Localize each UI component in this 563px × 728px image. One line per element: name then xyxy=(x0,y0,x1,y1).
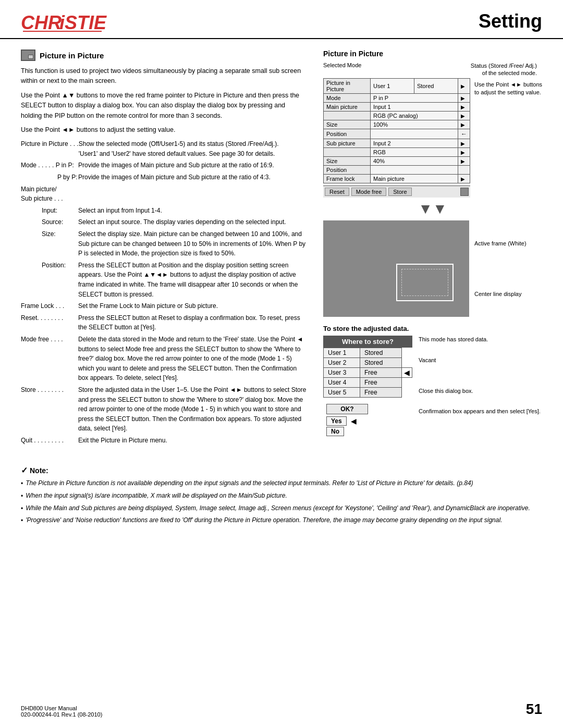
down-arrows: ▼▼ xyxy=(323,201,542,217)
note-title: Note: xyxy=(30,466,48,475)
table-row: User 1 Stored xyxy=(324,348,412,358)
vacant-annot: Vacant xyxy=(419,356,541,364)
pip-table-container: Selected Mode Status (Stored /Free/ Adj.… xyxy=(323,62,542,439)
note-item: • The Picture in Picture function is not… xyxy=(21,478,542,489)
page-number: 51 xyxy=(526,701,542,718)
pip-icon xyxy=(21,50,35,61)
mode-free-btn[interactable]: Mode free xyxy=(351,188,387,196)
def-store: Store . . . . . . . . Store the adjusted… xyxy=(21,385,308,434)
use-point-label: Use the Point ◄► buttons to adjust the s… xyxy=(474,81,542,95)
where-to-store-header: Where to store? xyxy=(323,336,412,348)
intro-p2: Use the Point ▲▼ buttons to move the red… xyxy=(21,91,308,121)
left-column: Picture in Picture This function is used… xyxy=(21,50,308,447)
note-item: • While the Main and Sub pictures are be… xyxy=(21,503,542,514)
page-title: Setting xyxy=(479,10,542,32)
table-row: RGB (PC analog) ▶ xyxy=(324,111,470,120)
table-row: Position xyxy=(324,165,470,174)
svg-text:CH: CH xyxy=(21,12,48,33)
page-footer: DHD800 User Manual 020-000244-01 Rev.1 (… xyxy=(21,701,542,718)
no-button[interactable]: No xyxy=(326,427,344,436)
pip-buttons-row: Reset Mode free Store xyxy=(323,186,470,198)
pip-diagram-title: Picture in Picture xyxy=(323,50,542,58)
yes-button[interactable]: Yes xyxy=(326,416,347,426)
where-to-store-box: Where to store? User 1 Stored User 2 Sto… xyxy=(323,336,412,439)
ok-label: OK? xyxy=(326,404,368,414)
store-title: To store the adjusted data. xyxy=(323,325,542,332)
def-mode: Mode . . . . . P in P: Provide the image… xyxy=(21,161,308,170)
intro-p1: This function is used to project two vid… xyxy=(21,66,308,87)
table-row: Size 40% ▶ xyxy=(324,156,470,165)
def-input: Input: Select an input from Input 1-4. xyxy=(21,206,308,216)
logo: CH R i STIE xyxy=(21,9,115,33)
main-content: Picture in Picture This function is used… xyxy=(0,39,563,458)
table-row: Main picture Input 1 ▶ xyxy=(324,102,470,111)
close-annot: Close this dialog box. xyxy=(419,387,541,395)
table-row: RGB ▶ xyxy=(324,147,470,156)
def-main-sub: Main picture/Sub picture . . . xyxy=(21,184,308,204)
pip-visual-container: Active frame (White) Center line display xyxy=(323,220,542,317)
def-mode-pbp: P by P: Provide the images of Main pictu… xyxy=(21,172,308,182)
note-item: • When the input signal(s) is/are incomp… xyxy=(21,491,542,501)
section-heading: Picture in Picture xyxy=(21,50,308,61)
store-wrapper: Where to store? User 1 Stored User 2 Sto… xyxy=(323,336,542,439)
ok-area: OK? Yes ◀ No xyxy=(323,402,412,439)
pip-table-wrapper: Picture in Picture User 1 Stored ▶ Mode … xyxy=(323,78,470,198)
icon-placeholder xyxy=(460,188,469,196)
table-row: Sub picture Input 2 ▶ xyxy=(324,139,470,147)
note-items: • The Picture in Picture function is not… xyxy=(21,478,542,525)
top-annotations: Selected Mode Status (Stored /Free/ Adj.… xyxy=(323,62,542,77)
svg-text:STIE: STIE xyxy=(65,12,107,33)
right-column: Picture in Picture Selected Mode Status … xyxy=(323,50,542,447)
bullet-icon: • xyxy=(21,504,23,514)
center-line-annot: Center line display xyxy=(474,290,527,299)
store-btn[interactable]: Store xyxy=(388,188,411,196)
note-item: • 'Progressive' and 'Noise reduction' fu… xyxy=(21,515,542,526)
table-row: Mode P in P ▶ xyxy=(324,93,470,102)
bullet-icon: • xyxy=(21,516,23,526)
def-source: Source: Select an input source. The disp… xyxy=(21,217,308,227)
yes-arrow-icon: ◀ xyxy=(351,417,357,425)
yes-row: Yes ◀ xyxy=(326,416,409,426)
table-row: User 4 Free xyxy=(324,378,412,388)
no-row: No xyxy=(326,427,409,436)
table-row: Position ← xyxy=(324,129,470,139)
active-frame-annot: Active frame (White) xyxy=(474,239,527,248)
bullet-icon: • xyxy=(21,479,23,489)
note-header: ✓ Note: xyxy=(21,465,542,475)
sub-window xyxy=(396,264,454,301)
note-text-4: 'Progressive' and 'Noise reduction' func… xyxy=(26,515,502,526)
table-row: Size 100% ▶ xyxy=(324,120,470,129)
sub-window-inner xyxy=(401,269,448,296)
def-framelock: Frame Lock . . . Set the Frame Lock to M… xyxy=(21,301,308,311)
note-text-3: While the Main and Sub pictures are bein… xyxy=(26,503,530,514)
def-size: Size: Select the display size. Main pict… xyxy=(21,229,308,258)
part-number: 020-000244-01 Rev.1 (08-2010) xyxy=(21,711,102,718)
reset-btn[interactable]: Reset xyxy=(325,188,349,196)
footer-left: DHD800 User Manual 020-000244-01 Rev.1 (… xyxy=(21,705,102,718)
table-row: User 3 Free ◀ xyxy=(324,368,412,378)
section-title: Picture in Picture xyxy=(40,51,104,60)
note-text-1: The Picture in Picture function is not a… xyxy=(26,478,473,489)
table-row: Picture in Picture User 1 Stored ▶ xyxy=(324,78,470,93)
confirm-annot: Confirmation box appears and then select… xyxy=(419,408,541,415)
table-row: User 2 Stored xyxy=(324,358,412,368)
def-reset: Reset. . . . . . . . Press the SELECT bu… xyxy=(21,313,308,332)
manual-name: DHD800 User Manual xyxy=(21,705,102,711)
visual-annotations: Active frame (White) Center line display xyxy=(474,220,527,317)
where-to-store-table: User 1 Stored User 2 Stored User 3 Free xyxy=(323,348,412,398)
def-quit: Quit . . . . . . . . . Exit the Picture … xyxy=(21,436,308,446)
table-row: Frame lock Main picture ▶ xyxy=(324,174,470,183)
page-header: CH R i STIE Setting xyxy=(0,0,563,39)
note-section: ✓ Note: • The Picture in Picture functio… xyxy=(0,465,563,525)
bullet-icon: • xyxy=(21,491,23,501)
note-text-2: When the input signal(s) is/are incompat… xyxy=(26,491,287,501)
store-section: To store the adjusted data. Where to sto… xyxy=(323,325,542,439)
definitions-list: Picture in Picture . . . Show the select… xyxy=(21,139,308,445)
pip-visual-screen xyxy=(323,220,469,317)
status-label: Status (Stored /Free/ Adj.) of the selec… xyxy=(469,62,537,77)
selected-mode-label: Selected Mode xyxy=(323,62,361,77)
def-modefree: Mode free . . . . Delete the data stored… xyxy=(21,335,308,383)
christie-logo-svg: CH R i STIE xyxy=(21,9,115,33)
intro-p3: Use the Point ◄► buttons to adjust the s… xyxy=(21,125,308,135)
def-position: Position: Press the SELECT button at Pos… xyxy=(21,261,308,299)
